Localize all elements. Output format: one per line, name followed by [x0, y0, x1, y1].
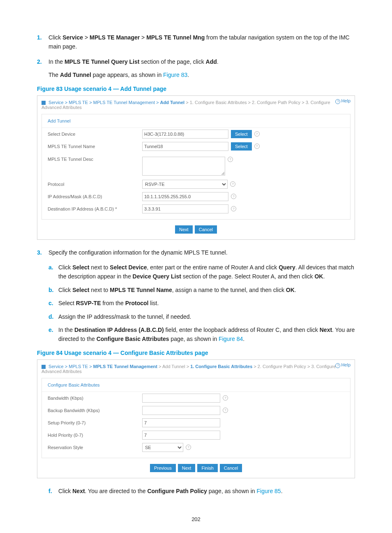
step-body: Specify the configuration information fo… — [48, 248, 355, 257]
ip-mask-input[interactable] — [142, 192, 228, 201]
substeps: a. Click Select next to Select Device, e… — [37, 263, 355, 344]
button-row: Next Cancel — [42, 220, 350, 234]
step-body: In the MPLS TE Tunnel Query List section… — [48, 57, 355, 80]
row-protocol: Protocol RSVP-TE ? — [42, 178, 350, 190]
step-number: 3. — [37, 248, 48, 257]
help-link[interactable]: Help — [335, 362, 350, 368]
substeps-2: f. Click Next. You are directed to the C… — [37, 487, 355, 496]
figure-84-screenshot: Help Service > MPLS TE > MPLS TE Tunnel … — [37, 359, 355, 478]
destination-ip-input[interactable] — [142, 204, 228, 213]
page-number: 202 — [37, 516, 355, 522]
label: Setup Priority (0-7) — [48, 420, 142, 425]
next-button[interactable]: Next — [178, 464, 196, 472]
figure-84-link[interactable]: Figure 84 — [219, 336, 243, 342]
step-e: e. In the Destination IP Address (A.B.C.… — [48, 325, 355, 344]
label: Backup Bandwidth (Kbps) — [48, 408, 142, 413]
hold-priority-input[interactable] — [142, 431, 220, 440]
figure-83-caption: Figure 83 Usage scenario 4 — Add Tunnel … — [37, 86, 355, 92]
finish-button[interactable]: Finish — [197, 464, 217, 472]
panel-title: Add Tunnel — [42, 114, 350, 128]
select-device-button[interactable]: Select — [231, 130, 252, 138]
basic-attributes-panel: Configure Basic Attributes Bandwidth (Kb… — [42, 378, 350, 458]
bandwidth-input[interactable] — [142, 394, 220, 403]
tunnel-name-input[interactable] — [142, 142, 228, 151]
label: Select Device — [48, 132, 142, 137]
row-select-device: Select Device Select ? — [42, 128, 350, 140]
setup-priority-input[interactable] — [142, 418, 220, 427]
help-icon[interactable]: ? — [231, 194, 236, 199]
row-tunnel-desc: MPLS TE Tunnel Desc ? — [42, 153, 350, 178]
step-b: b. Click Select next to MPLS TE Tunnel N… — [48, 285, 355, 294]
row-bandwidth: Bandwidth (Kbps) ? — [42, 392, 350, 404]
help-icon[interactable]: ? — [231, 206, 236, 211]
tunnel-desc-textarea[interactable] — [142, 157, 225, 176]
label: Reservation Style — [48, 445, 142, 450]
row-reservation-style: Reservation Style SE ? — [42, 441, 350, 454]
help-icon[interactable]: ? — [254, 144, 260, 149]
previous-button[interactable]: Previous — [150, 464, 176, 472]
help-icon[interactable]: ? — [223, 408, 228, 413]
reservation-style-select[interactable]: SE — [142, 443, 183, 452]
cancel-button[interactable]: Cancel — [195, 225, 217, 234]
step-number: 2. — [37, 57, 48, 80]
help-icon[interactable]: ? — [228, 157, 233, 162]
backup-bandwidth-input[interactable] — [142, 406, 220, 415]
next-button[interactable]: Next — [175, 225, 193, 234]
row-tunnel-name: MPLS TE Tunnel Name Select ? — [42, 140, 350, 153]
label: Protocol — [48, 182, 142, 187]
figure-84-caption: Figure 84 Usage scenario 4 — Configure B… — [37, 350, 355, 356]
step-2: 2. In the MPLS TE Tunnel Query List sect… — [37, 57, 355, 80]
figure-83-screenshot: Help Service > MPLS TE > MPLS TE Tunnel … — [37, 95, 355, 240]
step-c: c. Select RSVP-TE from the Protocol list… — [48, 299, 355, 308]
cancel-button[interactable]: Cancel — [220, 464, 242, 472]
figure-83-link[interactable]: Figure 83 — [163, 72, 187, 78]
label: Bandwidth (Kbps) — [48, 396, 142, 401]
step-body: Click Service > MPLS TE Manager > MPLS T… — [48, 33, 355, 51]
help-icon[interactable]: ? — [254, 131, 260, 137]
select-device-input[interactable] — [142, 130, 228, 139]
breadcrumb: Service > MPLS TE > MPLS TE Tunnel Manag… — [42, 362, 350, 376]
step-number: 1. — [37, 33, 48, 51]
add-tunnel-panel: Add Tunnel Select Device Select ? MPLS T… — [42, 114, 350, 220]
step-d: d. Assign the IP address/mask to the tun… — [48, 312, 355, 321]
row-hold-priority: Hold Priority (0-7) — [42, 429, 350, 441]
label: IP Address/Mask (A.B.C.D) — [48, 194, 142, 199]
step-1: 1. Click Service > MPLS TE Manager > MPL… — [37, 33, 355, 51]
nav-icon — [42, 101, 46, 105]
button-row: Previous Next Finish Cancel — [42, 458, 350, 472]
breadcrumb: Service > MPLS TE > MPLS TE Tunnel Manag… — [42, 97, 350, 112]
label: MPLS TE Tunnel Desc — [48, 157, 142, 162]
label: Destination IP Address (A.B.C.D) * — [48, 206, 142, 211]
figure-85-link[interactable]: Figure 85 — [256, 488, 281, 494]
step-3: 3. Specify the configuration information… — [37, 248, 355, 257]
panel-title: Configure Basic Attributes — [42, 378, 350, 392]
help-link[interactable]: Help — [335, 98, 350, 104]
step-f: f. Click Next. You are directed to the C… — [48, 487, 355, 496]
help-icon[interactable]: ? — [223, 395, 228, 401]
row-destination-ip: Destination IP Address (A.B.C.D) * ? — [42, 203, 350, 215]
help-icon[interactable]: ? — [186, 445, 191, 450]
help-icon[interactable]: ? — [230, 181, 235, 187]
row-backup-bandwidth: Backup Bandwidth (Kbps) ? — [42, 404, 350, 417]
row-ip-mask: IP Address/Mask (A.B.C.D) ? — [42, 190, 350, 203]
row-setup-priority: Setup Priority (0-7) — [42, 417, 350, 429]
label: Hold Priority (0-7) — [48, 433, 142, 438]
nav-icon — [42, 365, 46, 369]
protocol-select[interactable]: RSVP-TE — [142, 180, 228, 189]
label: MPLS TE Tunnel Name — [48, 144, 142, 149]
step-a: a. Click Select next to Select Device, e… — [48, 263, 355, 281]
select-tunnel-name-button[interactable]: Select — [231, 142, 252, 151]
